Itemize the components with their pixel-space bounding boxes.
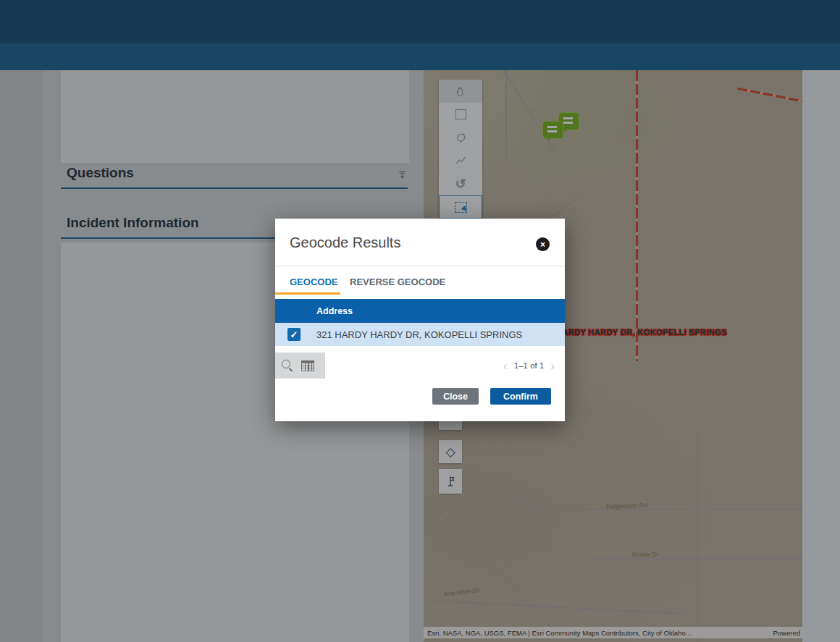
search-icon[interactable] bbox=[282, 360, 294, 372]
tab-reverse-geocode[interactable]: REVERSE GEOCODE bbox=[350, 276, 445, 287]
active-tab-indicator bbox=[275, 292, 340, 295]
confirm-button[interactable]: Confirm bbox=[490, 388, 551, 405]
dialog-divider bbox=[275, 266, 565, 266]
chevron-right-icon[interactable]: › bbox=[550, 360, 555, 372]
address-column-header: Address bbox=[316, 306, 353, 316]
table-view-icon[interactable] bbox=[301, 360, 314, 371]
result-address: 321 HARDY HARDY DR, KOKOPELLI SPRINGS bbox=[316, 329, 522, 340]
row-checkbox[interactable]: ✓ bbox=[287, 328, 301, 341]
tab-geocode[interactable]: GEOCODE bbox=[290, 276, 337, 287]
geocode-results-dialog: Geocode Results × GEOCODE REVERSE GEOCOD… bbox=[275, 219, 565, 421]
close-button[interactable]: Close bbox=[432, 388, 479, 405]
chevron-left-icon[interactable]: ‹ bbox=[503, 360, 508, 372]
pagination-count: 1–1 of 1 bbox=[514, 361, 545, 370]
close-icon[interactable]: × bbox=[536, 237, 550, 251]
results-toolbar bbox=[275, 352, 325, 379]
dialog-title: Geocode Results bbox=[290, 235, 400, 251]
result-row[interactable]: ✓ 321 HARDY HARDY DR, KOKOPELLI SPRINGS bbox=[275, 323, 565, 346]
pagination: ‹ 1–1 of 1 › bbox=[503, 352, 555, 379]
cityworks-respond-app: Cityworks’ Respond ? Create Service Requ… bbox=[0, 0, 840, 642]
results-table-header: Address bbox=[275, 299, 565, 323]
